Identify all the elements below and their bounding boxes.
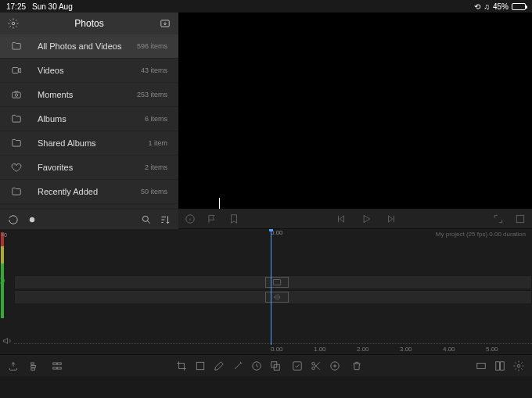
fullscreen-icon[interactable] xyxy=(515,213,526,224)
ruler-tick: 5.00 xyxy=(486,346,498,353)
speed-icon[interactable] xyxy=(251,360,262,371)
sidebar-item-count: 596 items xyxy=(137,42,167,50)
svg-rect-3 xyxy=(13,92,21,98)
sidebar-item-label: Shared Albums xyxy=(38,138,148,148)
level-label: +0 xyxy=(1,232,7,238)
media-sidebar: Photos All Photos and Videos596 itemsVid… xyxy=(0,13,178,229)
sort-icon[interactable] xyxy=(160,214,171,225)
search-icon[interactable] xyxy=(141,214,152,225)
svg-point-6 xyxy=(142,216,148,221)
svg-rect-9 xyxy=(273,280,280,285)
expand-icon[interactable] xyxy=(493,213,504,224)
overlay-icon[interactable] xyxy=(270,360,281,371)
trash-icon[interactable] xyxy=(351,360,362,371)
sidebar-item-label: Moments xyxy=(38,90,137,99)
brush-icon[interactable] xyxy=(214,360,225,371)
heart-icon xyxy=(11,162,23,173)
settings-gear-icon[interactable] xyxy=(8,18,19,29)
sidebar-item-moments[interactable]: Moments253 items xyxy=(0,83,178,107)
prev-frame-icon[interactable] xyxy=(336,213,347,224)
settings-icon[interactable] xyxy=(513,360,524,371)
sidebar-item-recently-added[interactable]: Recently Added50 items xyxy=(0,180,178,204)
record-icon[interactable] xyxy=(27,214,38,225)
volume-icon[interactable] xyxy=(2,335,13,346)
svg-point-28 xyxy=(517,364,520,368)
cut-icon[interactable] xyxy=(311,360,322,371)
sidebar-item-shared-albums[interactable]: Shared Albums1 item xyxy=(0,131,178,156)
headphones-icon: ♫ xyxy=(483,2,490,11)
info-icon[interactable] xyxy=(185,213,196,224)
export-icon[interactable] xyxy=(8,360,19,371)
orientation-lock-icon: ⟲ xyxy=(474,2,480,11)
sidebar-item-count: 6 items xyxy=(145,115,167,123)
svg-rect-8 xyxy=(516,215,523,222)
audio-levels: +0 xyxy=(0,232,5,340)
sidebar-list: All Photos and Videos596 itemsVideos43 i… xyxy=(0,34,178,209)
battery-icon xyxy=(512,3,526,10)
folder-icon xyxy=(11,186,23,197)
sidebar-item-videos[interactable]: Videos43 items xyxy=(0,59,178,83)
audio-track[interactable] xyxy=(14,290,532,304)
audio-placeholder-icon[interactable] xyxy=(265,292,289,303)
svg-point-0 xyxy=(12,22,15,25)
status-date: Sun 30 Aug xyxy=(32,2,73,11)
sidebar-item-count: 50 items xyxy=(141,188,167,195)
play-icon[interactable] xyxy=(361,213,372,224)
sidebar-item-label: Recently Added xyxy=(38,187,141,196)
crop-icon[interactable] xyxy=(176,360,187,371)
video-track[interactable] xyxy=(14,275,532,289)
svg-point-23 xyxy=(312,367,315,370)
svg-rect-21 xyxy=(293,361,302,370)
timeline-view-icon[interactable] xyxy=(30,360,41,371)
wand-icon[interactable] xyxy=(232,360,243,371)
sidebar-item-count: 43 items xyxy=(141,66,167,74)
sidebar-item-label: Videos xyxy=(38,66,141,75)
aspect-icon[interactable] xyxy=(476,360,487,371)
sidebar-item-count: 2 items xyxy=(145,163,167,171)
layout-icon[interactable] xyxy=(494,360,505,371)
playhead[interactable] xyxy=(271,229,271,345)
ruler-tick: 2.00 xyxy=(357,346,369,353)
timeline[interactable]: 0.00 My project (25 fps) 0.00 duration +… xyxy=(0,229,532,354)
svg-point-4 xyxy=(15,94,18,97)
svg-point-5 xyxy=(30,217,34,222)
svg-rect-25 xyxy=(477,363,486,368)
svg-rect-27 xyxy=(501,361,505,370)
folder-icon xyxy=(11,138,23,149)
transport-bar xyxy=(178,209,532,229)
folder-icon xyxy=(11,41,23,52)
preview-canvas[interactable] xyxy=(178,13,532,209)
svg-rect-11 xyxy=(31,365,36,367)
preview-playhead-icon xyxy=(219,198,220,209)
add-icon[interactable] xyxy=(329,360,340,371)
svg-rect-17 xyxy=(196,362,203,369)
status-bar: 17:25 Sun 30 Aug ⟲ ♫ 45% xyxy=(0,0,532,13)
check-icon[interactable] xyxy=(292,360,303,371)
sidebar-item-all-photos-and-videos[interactable]: All Photos and Videos596 items xyxy=(0,34,178,59)
folder-icon xyxy=(11,113,23,124)
refresh-icon[interactable] xyxy=(8,214,19,225)
svg-rect-15 xyxy=(53,367,57,368)
battery-percent: 45% xyxy=(493,2,509,11)
tracks xyxy=(14,240,532,305)
import-icon[interactable] xyxy=(160,18,171,29)
sidebar-item-albums[interactable]: Albums6 items xyxy=(0,107,178,131)
sidebar-footer xyxy=(0,209,178,229)
video-icon xyxy=(11,65,23,76)
preview-pane xyxy=(178,13,532,229)
sidebar-item-label: Albums xyxy=(38,114,145,124)
svg-rect-26 xyxy=(496,361,500,370)
time-ruler[interactable]: 0.001.002.003.004.005.00 xyxy=(14,343,532,354)
tracks-view-icon[interactable] xyxy=(52,360,63,371)
flag-icon[interactable] xyxy=(207,213,217,224)
level-marker-icon xyxy=(0,278,5,284)
sidebar-item-label: All Photos and Videos xyxy=(38,41,137,51)
marker-icon[interactable] xyxy=(228,213,239,224)
frame-icon[interactable] xyxy=(195,360,206,371)
video-placeholder-icon[interactable] xyxy=(265,277,289,288)
svg-rect-13 xyxy=(53,362,57,364)
ruler-tick: 3.00 xyxy=(400,346,412,353)
next-frame-icon[interactable] xyxy=(386,213,397,224)
sidebar-item-favorites[interactable]: Favorites2 items xyxy=(0,156,178,180)
svg-rect-12 xyxy=(31,368,35,369)
